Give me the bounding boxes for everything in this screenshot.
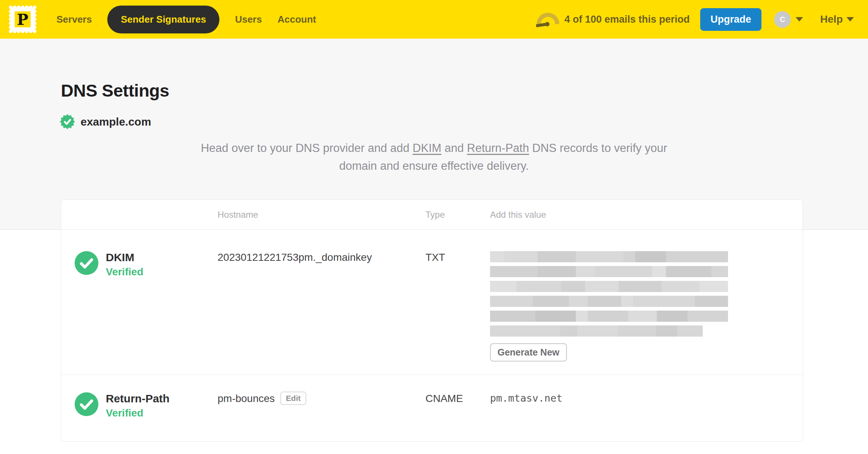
generate-new-button[interactable]: Generate New [490,343,567,361]
avatar[interactable]: C [774,11,791,28]
return-path-link[interactable]: Return-Path [467,142,529,155]
record-name: DKIM [106,251,143,264]
redacted-value-line [490,296,728,307]
edit-button[interactable]: Edit [280,392,306,405]
record-labels: Return-Path Verified [106,392,170,419]
status-badge: Verified [106,266,143,278]
record-name: Return-Path [106,392,170,405]
hostname-text: pm-bounces [218,393,275,404]
usage-counter: 4 of 100 emails this period [564,14,690,25]
hostname-cell: 20230121221753pm._domainkey [218,251,425,374]
intro-text: Head over to your DNS provider and add D… [193,139,675,175]
type-cell: CNAME [425,392,490,441]
nav-item-users[interactable]: Users [235,14,262,25]
value-cell: Generate New [490,251,803,374]
header-value: Add this value [490,210,803,220]
help-menu[interactable]: Help [820,13,854,25]
status-badge: Verified [106,407,170,419]
postage-stamp-icon: P [8,5,37,34]
postmark-logo[interactable]: P [8,5,37,34]
account-menu[interactable]: C [774,11,803,28]
dns-records-card: Hostname Type Add this value DKIM Verifi… [61,200,803,442]
table-row-dkim: DKIM Verified 20230121221753pm._domainke… [61,230,803,375]
header-type: Type [425,210,490,220]
primary-nav: Servers Sender Signatures Users Account [56,6,316,33]
dkim-link[interactable]: DKIM [412,142,441,155]
record-cell: DKIM Verified [75,251,218,374]
nav-item-account[interactable]: Account [277,14,316,25]
intro-prefix: Head over to your DNS provider and add [201,142,412,155]
redacted-value-line [490,266,728,277]
redacted-value-block [490,251,803,337]
redacted-value-line [490,311,728,322]
chevron-down-icon [846,17,854,22]
table-row-return-path: Return-Path Verified pm-bouncesEdit CNAM… [61,375,803,441]
nav-item-servers[interactable]: Servers [56,14,92,25]
verified-check-icon [75,251,98,276]
top-navbar: P Servers Sender Signatures Users Accoun… [0,0,868,39]
verified-badge-icon [60,114,75,129]
value-cell: pm.mtasv.net [490,392,803,441]
redacted-value-line [490,325,703,337]
domain-name: example.com [81,116,151,128]
navbar-right: 4 of 100 emails this period Upgrade C He… [536,8,860,31]
help-label: Help [820,13,843,25]
hostname-cell: pm-bouncesEdit [218,392,425,441]
table-header-row: Hostname Type Add this value [61,200,803,230]
page-title: DNS Settings [0,39,868,101]
redacted-value-line [490,251,728,262]
record-cell: Return-Path Verified [75,392,218,441]
chevron-down-icon [796,17,803,22]
record-labels: DKIM Verified [106,251,143,278]
cname-value: pm.mtasv.net [490,392,562,404]
usage-gauge-icon [536,9,559,29]
header-hostname: Hostname [218,210,425,220]
verified-domain: example.com [60,114,868,129]
upgrade-button[interactable]: Upgrade [700,8,762,31]
redacted-value-line [490,281,728,292]
intro-and: and [441,142,467,155]
verified-check-icon [75,392,98,418]
type-cell: TXT [425,251,490,374]
logo-letter: P [17,11,29,29]
nav-item-sender-signatures[interactable]: Sender Signatures [107,6,219,33]
